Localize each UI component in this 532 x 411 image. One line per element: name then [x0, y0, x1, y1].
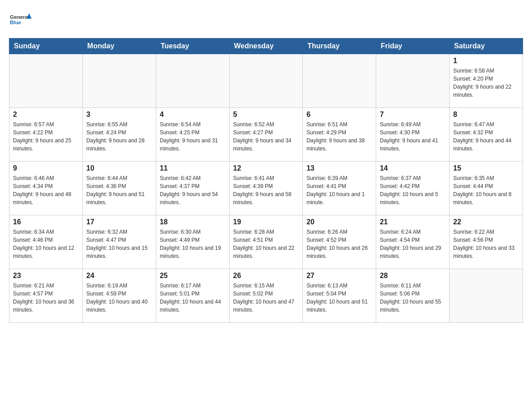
calendar-cell [229, 54, 303, 108]
day-number: 19 [233, 218, 299, 226]
calendar-cell: 20Sunrise: 6:26 AMSunset: 4:52 PMDayligh… [303, 215, 376, 269]
calendar-cell: 9Sunrise: 6:46 AMSunset: 4:34 PMDaylight… [9, 162, 83, 215]
header-tuesday: Tuesday [156, 39, 229, 54]
day-number: 20 [306, 218, 372, 226]
day-info: Sunrise: 6:46 AMSunset: 4:34 PMDaylight:… [13, 174, 79, 206]
calendar-cell: 8Sunrise: 6:47 AMSunset: 4:32 PMDaylight… [450, 108, 523, 162]
day-number: 5 [233, 111, 299, 119]
day-info: Sunrise: 6:37 AMSunset: 4:42 PMDaylight:… [380, 174, 446, 206]
day-number: 4 [160, 111, 226, 119]
day-number: 21 [380, 218, 446, 226]
calendar-cell: 16Sunrise: 6:34 AMSunset: 4:46 PMDayligh… [9, 215, 83, 269]
calendar-cell: 11Sunrise: 6:42 AMSunset: 4:37 PMDayligh… [156, 162, 229, 215]
calendar-cell: 12Sunrise: 6:41 AMSunset: 4:39 PMDayligh… [229, 162, 303, 215]
day-info: Sunrise: 6:17 AMSunset: 5:01 PMDaylight:… [160, 282, 226, 314]
calendar-cell: 10Sunrise: 6:44 AMSunset: 4:36 PMDayligh… [82, 162, 156, 215]
calendar-cell: 26Sunrise: 6:15 AMSunset: 5:02 PMDayligh… [229, 269, 303, 323]
header-saturday: Saturday [450, 39, 523, 54]
calendar-cell: 22Sunrise: 6:22 AMSunset: 4:56 PMDayligh… [450, 215, 523, 269]
day-info: Sunrise: 6:44 AMSunset: 4:36 PMDaylight:… [86, 174, 152, 206]
day-number: 3 [86, 111, 152, 119]
day-info: Sunrise: 6:58 AMSunset: 4:20 PMDaylight:… [453, 67, 519, 99]
day-info: Sunrise: 6:26 AMSunset: 4:52 PMDaylight:… [306, 228, 372, 260]
calendar-cell: 2Sunrise: 6:57 AMSunset: 4:22 PMDaylight… [9, 108, 83, 162]
day-info: Sunrise: 6:49 AMSunset: 4:30 PMDaylight:… [380, 120, 446, 153]
calendar-cell: 13Sunrise: 6:39 AMSunset: 4:41 PMDayligh… [303, 162, 376, 215]
day-number: 13 [306, 164, 372, 172]
day-number: 8 [453, 111, 519, 119]
calendar-table: SundayMondayTuesdayWednesdayThursdayFrid… [9, 38, 523, 323]
calendar-cell: 6Sunrise: 6:51 AMSunset: 4:29 PMDaylight… [303, 108, 376, 162]
day-info: Sunrise: 6:21 AMSunset: 4:57 PMDaylight:… [13, 282, 79, 314]
day-number: 24 [86, 272, 152, 280]
week-row-0: 1Sunrise: 6:58 AMSunset: 4:20 PMDaylight… [9, 54, 523, 108]
calendar-cell: 4Sunrise: 6:54 AMSunset: 4:25 PMDaylight… [156, 108, 229, 162]
calendar-cell [303, 54, 376, 108]
calendar-header: SundayMondayTuesdayWednesdayThursdayFrid… [9, 39, 523, 54]
day-number: 15 [453, 164, 519, 172]
day-info: Sunrise: 6:41 AMSunset: 4:39 PMDaylight:… [233, 174, 299, 206]
day-info: Sunrise: 6:55 AMSunset: 4:24 PMDaylight:… [86, 120, 152, 153]
day-number: 9 [13, 164, 79, 172]
day-number: 26 [233, 272, 299, 280]
calendar-cell: 1Sunrise: 6:58 AMSunset: 4:20 PMDaylight… [450, 54, 523, 108]
day-number: 16 [13, 218, 79, 226]
calendar-cell [376, 54, 450, 108]
calendar-cell: 15Sunrise: 6:35 AMSunset: 4:44 PMDayligh… [450, 162, 523, 215]
day-number: 11 [160, 164, 226, 172]
day-number: 17 [86, 218, 152, 226]
day-info: Sunrise: 6:22 AMSunset: 4:56 PMDaylight:… [453, 228, 519, 260]
calendar-cell: 3Sunrise: 6:55 AMSunset: 4:24 PMDaylight… [82, 108, 156, 162]
calendar-body: 1Sunrise: 6:58 AMSunset: 4:20 PMDaylight… [9, 54, 523, 323]
header-thursday: Thursday [303, 39, 376, 54]
calendar-cell: 5Sunrise: 6:52 AMSunset: 4:27 PMDaylight… [229, 108, 303, 162]
week-row-3: 16Sunrise: 6:34 AMSunset: 4:46 PMDayligh… [9, 215, 523, 269]
day-number: 2 [13, 111, 79, 119]
day-number: 6 [306, 111, 372, 119]
day-info: Sunrise: 6:30 AMSunset: 4:49 PMDaylight:… [160, 228, 226, 260]
header-row: SundayMondayTuesdayWednesdayThursdayFrid… [9, 39, 523, 54]
logo-icon: General Blue [9, 9, 31, 29]
day-info: Sunrise: 6:54 AMSunset: 4:25 PMDaylight:… [160, 120, 226, 153]
svg-text:General: General [10, 14, 29, 20]
day-number: 23 [13, 272, 79, 280]
day-number: 1 [453, 57, 519, 65]
calendar-cell: 18Sunrise: 6:30 AMSunset: 4:49 PMDayligh… [156, 215, 229, 269]
day-info: Sunrise: 6:52 AMSunset: 4:27 PMDaylight:… [233, 120, 299, 153]
header-wednesday: Wednesday [229, 39, 303, 54]
day-number: 27 [306, 272, 372, 280]
calendar-cell: 23Sunrise: 6:21 AMSunset: 4:57 PMDayligh… [9, 269, 83, 323]
day-number: 22 [453, 218, 519, 226]
day-number: 14 [380, 164, 446, 172]
day-info: Sunrise: 6:42 AMSunset: 4:37 PMDaylight:… [160, 174, 226, 206]
calendar-cell: 25Sunrise: 6:17 AMSunset: 5:01 PMDayligh… [156, 269, 229, 323]
week-row-1: 2Sunrise: 6:57 AMSunset: 4:22 PMDaylight… [9, 108, 523, 162]
header-monday: Monday [82, 39, 156, 54]
calendar-cell [450, 269, 523, 323]
calendar-cell: 28Sunrise: 6:11 AMSunset: 5:06 PMDayligh… [376, 269, 450, 323]
logo: General Blue [9, 9, 31, 29]
day-info: Sunrise: 6:34 AMSunset: 4:46 PMDaylight:… [13, 228, 79, 260]
day-info: Sunrise: 6:32 AMSunset: 4:47 PMDaylight:… [86, 228, 152, 260]
calendar-cell: 17Sunrise: 6:32 AMSunset: 4:47 PMDayligh… [82, 215, 156, 269]
calendar-cell [9, 54, 83, 108]
day-info: Sunrise: 6:35 AMSunset: 4:44 PMDaylight:… [453, 174, 519, 206]
calendar-cell: 27Sunrise: 6:13 AMSunset: 5:04 PMDayligh… [303, 269, 376, 323]
day-number: 12 [233, 164, 299, 172]
calendar-cell [82, 54, 156, 108]
day-info: Sunrise: 6:28 AMSunset: 4:51 PMDaylight:… [233, 228, 299, 260]
calendar-cell: 19Sunrise: 6:28 AMSunset: 4:51 PMDayligh… [229, 215, 303, 269]
day-info: Sunrise: 6:39 AMSunset: 4:41 PMDaylight:… [306, 174, 372, 206]
day-info: Sunrise: 6:51 AMSunset: 4:29 PMDaylight:… [306, 120, 372, 153]
calendar-cell: 21Sunrise: 6:24 AMSunset: 4:54 PMDayligh… [376, 215, 450, 269]
day-info: Sunrise: 6:15 AMSunset: 5:02 PMDaylight:… [233, 282, 299, 314]
day-info: Sunrise: 6:19 AMSunset: 4:59 PMDaylight:… [86, 282, 152, 314]
calendar-cell: 14Sunrise: 6:37 AMSunset: 4:42 PMDayligh… [376, 162, 450, 215]
day-number: 28 [380, 272, 446, 280]
header-sunday: Sunday [9, 39, 83, 54]
day-number: 18 [160, 218, 226, 226]
svg-text:Blue: Blue [10, 19, 21, 25]
day-info: Sunrise: 6:13 AMSunset: 5:04 PMDaylight:… [306, 282, 372, 314]
day-number: 25 [160, 272, 226, 280]
calendar-cell: 24Sunrise: 6:19 AMSunset: 4:59 PMDayligh… [82, 269, 156, 323]
